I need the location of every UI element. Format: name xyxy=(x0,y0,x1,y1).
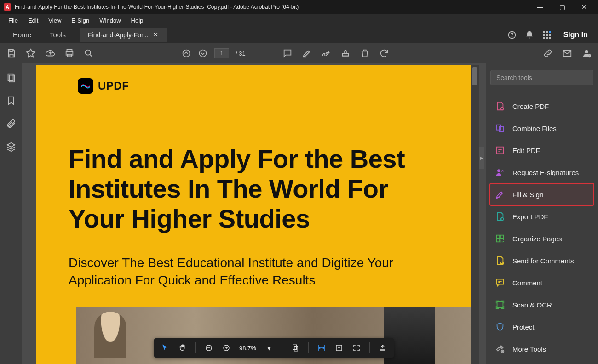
page-number-input[interactable] xyxy=(214,48,229,58)
svg-rect-20 xyxy=(497,235,500,238)
scroll-thumb[interactable] xyxy=(472,67,477,85)
tool-fill-sign[interactable]: Fill & Sign xyxy=(490,184,593,205)
svg-point-5 xyxy=(86,50,91,55)
scan-ocr-icon xyxy=(495,300,505,310)
svg-point-6 xyxy=(183,50,190,57)
zoom-out-icon[interactable] xyxy=(204,343,213,353)
link-icon[interactable] xyxy=(543,48,553,58)
select-tool-icon[interactable] xyxy=(161,343,170,353)
menu-edit[interactable]: Edit xyxy=(23,15,43,26)
tool-more-tools[interactable]: More Tools xyxy=(490,338,593,359)
comment-icon[interactable] xyxy=(282,48,293,58)
stamp-icon[interactable] xyxy=(340,48,351,58)
tool-label: Fill & Sign xyxy=(512,191,544,199)
tool-label: Request E-signatures xyxy=(512,169,579,176)
layers-icon[interactable] xyxy=(6,142,16,152)
combine-files-icon xyxy=(495,123,505,133)
rotate-icon[interactable] xyxy=(379,48,389,58)
menu-window[interactable]: Window xyxy=(95,15,125,26)
sign-icon[interactable] xyxy=(321,48,331,58)
tool-export-pdf[interactable]: Export PDF xyxy=(490,206,593,227)
tool-label: Comment xyxy=(512,279,542,287)
tool-label: Send for Comments xyxy=(512,257,574,265)
zoom-in-icon[interactable] xyxy=(222,343,231,353)
highlight-icon[interactable] xyxy=(302,48,312,58)
help-icon[interactable] xyxy=(507,30,517,40)
tool-edit-pdf[interactable]: Edit PDF xyxy=(490,140,593,161)
star-icon[interactable] xyxy=(26,48,36,58)
menu-file[interactable]: File xyxy=(4,15,23,26)
pdf-page: UPDF Find and Apply For the Best Institu… xyxy=(36,65,472,364)
tool-organize-pages[interactable]: Organize Pages xyxy=(490,228,593,249)
tab-document[interactable]: Find-and-Apply-For... ✕ xyxy=(80,28,167,42)
svg-point-1 xyxy=(512,36,512,37)
trash-icon[interactable] xyxy=(360,48,370,58)
tool-send-comments[interactable]: Send for Comments xyxy=(490,250,593,271)
tool-label: Scan & OCR xyxy=(512,301,552,309)
sign-in-button[interactable]: Sign In xyxy=(560,31,592,39)
tool-protect[interactable]: Protect xyxy=(490,316,593,337)
zoom-value: 98.7% xyxy=(239,345,256,352)
fit-width-icon[interactable] xyxy=(317,343,326,353)
search-tools-input[interactable] xyxy=(490,70,593,85)
tab-home[interactable]: Home xyxy=(4,27,40,42)
document-subheading: Discover The Best Educational Institute … xyxy=(69,254,439,289)
svg-rect-21 xyxy=(500,235,503,238)
mail-icon[interactable] xyxy=(562,48,572,58)
tool-comment[interactable]: Comment xyxy=(490,272,593,293)
read-mode-icon[interactable] xyxy=(378,343,387,353)
menubar: File Edit View E-Sign Window Help xyxy=(0,14,598,27)
svg-rect-17 xyxy=(497,147,504,154)
tool-scan-ocr[interactable]: Scan & OCR xyxy=(490,294,593,315)
print-icon[interactable] xyxy=(64,48,75,58)
hand-tool-icon[interactable] xyxy=(178,343,187,353)
tool-create-pdf[interactable]: Create PDF xyxy=(490,96,593,117)
search-icon[interactable] xyxy=(84,48,94,58)
page-total-label: / 31 xyxy=(236,50,246,57)
protect-icon xyxy=(495,322,505,332)
tool-label: More Tools xyxy=(512,345,546,353)
apps-icon[interactable] xyxy=(542,30,552,40)
attachment-icon[interactable] xyxy=(6,119,16,129)
send-comments-icon xyxy=(495,256,505,266)
document-viewport[interactable]: UPDF Find and Apply For the Best Institu… xyxy=(22,63,486,364)
menu-view[interactable]: View xyxy=(44,15,66,26)
page-up-icon[interactable] xyxy=(181,48,191,58)
updf-brand-text: UPDF xyxy=(98,80,129,92)
maximize-button[interactable]: ▢ xyxy=(556,3,569,11)
fullscreen-icon[interactable] xyxy=(352,343,361,353)
request-signatures-icon xyxy=(495,167,505,177)
fill-sign-icon xyxy=(495,189,505,199)
tabsbar: Home Tools Find-and-Apply-For... ✕ Sign … xyxy=(0,27,598,43)
account-icon[interactable] xyxy=(581,48,592,58)
titlebar: A Find-and-Apply-For-the-Best-Institutes… xyxy=(0,0,598,14)
tab-document-label: Find-and-Apply-For... xyxy=(88,31,149,39)
cloud-upload-icon[interactable] xyxy=(45,48,55,58)
minimize-button[interactable]: — xyxy=(534,3,546,11)
save-icon[interactable] xyxy=(6,48,17,58)
tool-combine-files[interactable]: Combine Files xyxy=(490,118,593,139)
page-down-icon[interactable] xyxy=(198,48,208,58)
tool-label: Edit PDF xyxy=(512,147,540,154)
bookmark-icon[interactable] xyxy=(6,96,16,106)
svg-point-18 xyxy=(497,169,500,172)
tool-label: Export PDF xyxy=(512,213,548,221)
page-display-icon[interactable] xyxy=(291,343,300,353)
tab-close-icon[interactable]: ✕ xyxy=(153,31,158,38)
zoom-dropdown-icon[interactable]: ▾ xyxy=(264,343,274,353)
menu-esign[interactable]: E-Sign xyxy=(67,15,94,26)
svg-point-7 xyxy=(200,50,207,57)
tool-label: Organize Pages xyxy=(512,235,562,243)
bell-icon[interactable] xyxy=(525,30,534,40)
fit-page-icon[interactable] xyxy=(334,343,344,353)
svg-rect-4 xyxy=(67,54,71,57)
app-icon: A xyxy=(4,3,11,11)
tool-label: Combine Files xyxy=(512,125,557,132)
menu-help[interactable]: Help xyxy=(126,15,148,26)
close-button[interactable]: ✕ xyxy=(578,3,591,11)
tool-request-signatures[interactable]: Request E-signatures xyxy=(490,162,593,183)
collapse-right-icon[interactable]: ▶ xyxy=(479,147,484,169)
thumbnails-icon[interactable] xyxy=(6,73,16,83)
tab-tools[interactable]: Tools xyxy=(40,27,75,42)
scrollbar[interactable] xyxy=(472,65,479,364)
